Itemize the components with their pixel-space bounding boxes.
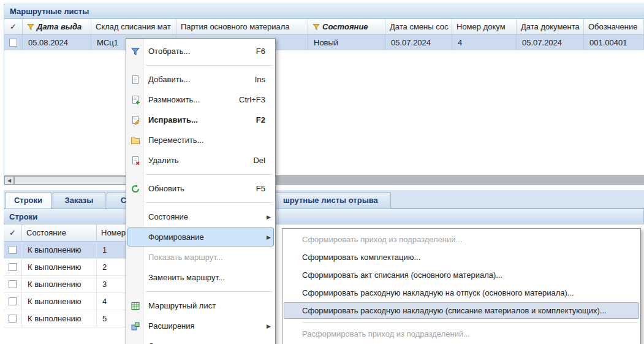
menu-separator bbox=[282, 319, 640, 325]
spreadsheet-icon bbox=[126, 301, 145, 311]
menu-item-dobavit[interactable]: Добавить... Ins bbox=[126, 69, 275, 90]
column-header-state-change-date[interactable]: Дата смены сос bbox=[385, 19, 452, 34]
formirovanie-submenu: Сформировать приход из подразделений... … bbox=[282, 228, 641, 344]
menu-item-svyazi[interactable]: Связи ▶ bbox=[126, 336, 275, 344]
submenu-item-prihod[interactable]: Сформировать приход из подразделений... bbox=[282, 231, 640, 248]
menu-item-rasshireniya[interactable]: Расширения ▶ bbox=[126, 316, 275, 336]
menu-item-marshrutny-list[interactable]: Маршрутный лист bbox=[126, 296, 275, 316]
menu-separator bbox=[126, 61, 275, 69]
row-checkbox[interactable] bbox=[9, 297, 17, 305]
document-plus-icon bbox=[126, 95, 145, 105]
document-edit-icon bbox=[126, 115, 145, 125]
column-header-state[interactable]: Состояние bbox=[22, 224, 97, 241]
document-delete-icon bbox=[126, 156, 145, 166]
column-header-batch[interactable]: Партия основного материала bbox=[176, 19, 308, 34]
column-header-warehouse[interactable]: Склад списания мат bbox=[91, 19, 176, 34]
tab-zakazy[interactable]: Заказы bbox=[53, 192, 105, 208]
check-column-header[interactable]: ✓ bbox=[4, 19, 23, 34]
column-header-state[interactable]: Состояние bbox=[308, 19, 385, 34]
row-checkbox[interactable] bbox=[9, 39, 17, 47]
table-row[interactable]: 05.08.2024 МСц1 Новый 05.07.2024 4 05.07… bbox=[4, 35, 644, 50]
document-icon bbox=[126, 75, 145, 85]
context-menu: Отобрать... F6 Добавить... Ins Размножит… bbox=[126, 38, 276, 344]
menu-separator bbox=[126, 288, 275, 296]
filter-icon bbox=[27, 23, 34, 31]
column-header-issue-date[interactable]: Дата выда bbox=[23, 19, 91, 34]
menu-item-sostoyanie[interactable]: Состояние ▶ bbox=[126, 207, 275, 227]
menu-separator bbox=[126, 199, 275, 207]
menu-item-ispravit[interactable]: Исправить... F2 bbox=[126, 110, 275, 130]
menu-item-otobrat[interactable]: Отобрать... F6 bbox=[126, 41, 275, 61]
column-header-designation[interactable]: Обозначение bbox=[584, 19, 644, 34]
app-window: Маршрутные листы ✓ Дата выда Склад списа… bbox=[0, 0, 644, 344]
menu-item-peremestit[interactable]: Переместить... bbox=[126, 130, 275, 150]
row-checkbox[interactable] bbox=[9, 280, 17, 288]
menu-item-obnovit[interactable]: Обновить F5 bbox=[126, 178, 275, 199]
column-header-doc-date[interactable]: Дата документа bbox=[517, 19, 584, 34]
submenu-item-rashodnaya-spisanie[interactable]: Сформировать расходную накладную (списан… bbox=[282, 302, 640, 319]
main-table-header: ✓ Дата выда Склад списания мат Партия ос… bbox=[4, 19, 644, 35]
check-column-header[interactable]: ✓ bbox=[4, 224, 22, 241]
column-header-doc-number[interactable]: Номер докум bbox=[452, 19, 517, 34]
scroll-left-button[interactable]: ◀ bbox=[4, 176, 14, 185]
submenu-arrow-icon: ▶ bbox=[267, 234, 271, 240]
section-title: Строки bbox=[4, 208, 644, 224]
submenu-arrow-icon: ▶ bbox=[267, 214, 271, 220]
folder-icon bbox=[126, 136, 145, 145]
filter-icon bbox=[313, 23, 320, 31]
menu-item-zamenit-marshrut[interactable]: Заменить маршрут... bbox=[126, 267, 275, 288]
menu-item-razmnozhit[interactable]: Размножить... Ctrl+F3 bbox=[126, 90, 275, 110]
menu-separator bbox=[126, 170, 275, 178]
submenu-arrow-icon: ▶ bbox=[267, 323, 271, 329]
menu-item-udalit[interactable]: Удалить Del bbox=[126, 150, 275, 170]
bottom-tabs: Строки Заказы Сер шрутные листы отрыва bbox=[4, 190, 644, 208]
row-checkbox[interactable] bbox=[9, 246, 17, 254]
refresh-icon bbox=[126, 184, 145, 194]
route-sheets-panel: Маршрутные листы ✓ Дата выда Склад списа… bbox=[4, 4, 644, 185]
row-checkbox[interactable] bbox=[9, 263, 17, 271]
extensions-icon bbox=[126, 321, 145, 331]
menu-item-formirovanie[interactable]: Формирование ▶ bbox=[126, 227, 275, 247]
panel-title: Маршрутные листы bbox=[4, 4, 644, 19]
submenu-item-rasformirovat-prihod[interactable]: Расформировать приход из подразделений..… bbox=[282, 325, 640, 343]
row-checkbox[interactable] bbox=[9, 315, 17, 323]
submenu-item-rashodnaya-otpusk[interactable]: Сформировать расходную накладную на отпу… bbox=[282, 284, 640, 302]
submenu-item-akt-spisaniya[interactable]: Сформировать акт списания (основного мат… bbox=[282, 266, 640, 284]
tab-stroki[interactable]: Строки bbox=[5, 192, 51, 208]
filter-icon bbox=[126, 47, 145, 56]
menu-item-pokazat-marshrut[interactable]: Показать маршрут... bbox=[126, 247, 275, 267]
horizontal-scrollbar[interactable]: ◀ bbox=[4, 175, 644, 185]
submenu-item-komplektaciya[interactable]: Сформировать комплектацию... bbox=[282, 248, 640, 266]
